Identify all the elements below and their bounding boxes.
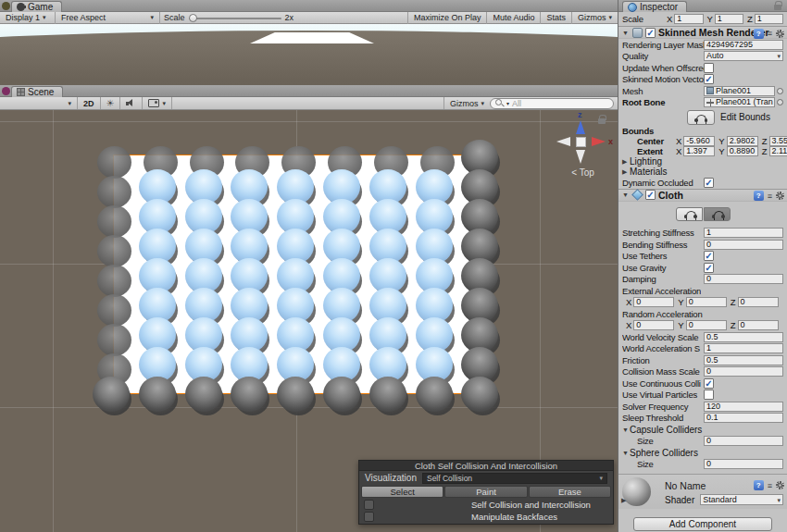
2d-toggle-button[interactable]: 2D: [78, 97, 101, 109]
sleep-threshold-field[interactable]: 0.1: [704, 413, 783, 423]
component-enabled-checkbox[interactable]: ✓: [645, 28, 656, 38]
world-acceleration-scale-field[interactable]: 1: [704, 343, 783, 353]
root-bone-object-field[interactable]: Plane001 (Tran: [704, 97, 775, 107]
scene-gizmos-dropdown[interactable]: Gizmos▾: [443, 97, 490, 109]
visualization-dropdown[interactable]: Self Collision ▾: [422, 473, 607, 484]
foldout-arrow-icon[interactable]: ▼: [622, 30, 630, 36]
capsule-colliders-foldout[interactable]: ▼ Capsule Colliders: [618, 424, 787, 436]
scale-slider[interactable]: [189, 12, 281, 24]
edit-self-collision-button[interactable]: [704, 207, 731, 221]
quality-dropdown[interactable]: Auto ▾: [704, 51, 783, 61]
lighting-foldout[interactable]: ▶ Lighting: [618, 156, 787, 167]
gear-icon[interactable]: [776, 30, 784, 38]
ext-accel-z-field[interactable]: 0: [738, 297, 779, 307]
cloth-vertex[interactable]: [323, 377, 360, 412]
damping-field[interactable]: 0: [704, 274, 783, 284]
mute-audio-button[interactable]: Mute Audio: [486, 12, 540, 24]
collision-mass-scale-field[interactable]: 0: [704, 366, 783, 377]
capsule-colliders-size-field[interactable]: 0: [704, 436, 783, 446]
foldout-arrow-icon[interactable]: ▶: [621, 497, 629, 504]
extent-z-field[interactable]: 2.1195: [769, 146, 787, 156]
cloth-vertex[interactable]: [93, 377, 130, 412]
use-virtual-particles-checkbox[interactable]: [704, 390, 714, 400]
cloth-vertex[interactable]: [231, 377, 268, 412]
view-orientation-label[interactable]: < Top: [548, 167, 618, 178]
gizmo-center-cube[interactable]: [576, 137, 586, 147]
cloth-vertex[interactable]: [416, 377, 453, 412]
scale-z-field[interactable]: 1: [755, 14, 783, 24]
lock-icon[interactable]: [774, 5, 781, 10]
stats-button[interactable]: Stats: [540, 12, 571, 24]
add-component-button[interactable]: Add Component: [633, 517, 772, 531]
axis-z-cone[interactable]: [576, 120, 585, 134]
center-y-field[interactable]: 2.9802: [727, 136, 758, 146]
center-x-field[interactable]: -5.960: [683, 136, 715, 146]
foldout-arrow-icon[interactable]: ▼: [622, 192, 630, 198]
axis-cone[interactable]: [556, 137, 570, 146]
tab-scene[interactable]: Scene: [11, 86, 63, 97]
lock-icon[interactable]: [598, 118, 606, 124]
component-header-cloth[interactable]: ▼ ✓ Cloth ? ≡: [618, 189, 787, 202]
help-icon[interactable]: ?: [754, 480, 764, 490]
audio-toggle-button[interactable]: [120, 97, 143, 109]
help-icon[interactable]: ?: [754, 191, 764, 201]
center-z-field[interactable]: 3.5527: [769, 136, 787, 146]
world-velocity-scale-field[interactable]: 0.5: [704, 332, 783, 342]
cloth-vertex[interactable]: [461, 377, 498, 412]
self-collision-checkbox[interactable]: [364, 500, 374, 510]
extent-x-field[interactable]: 1.397: [683, 146, 715, 156]
scale-x-field[interactable]: 1: [674, 14, 703, 24]
display-dropdown[interactable]: Display 1▾: [0, 12, 56, 24]
ext-accel-x-field[interactable]: 0: [633, 297, 674, 307]
slider-knob[interactable]: [189, 14, 197, 22]
manipulate-backfaces-checkbox[interactable]: [364, 512, 374, 522]
friction-field[interactable]: 0.5: [704, 355, 783, 365]
window-title[interactable]: Cloth Self Collision And Intercollision: [359, 461, 613, 471]
cloth-vertex[interactable]: [139, 377, 176, 412]
bending-stiffness-field[interactable]: 0: [704, 240, 783, 250]
edit-constraints-button[interactable]: [676, 207, 703, 221]
update-when-offscreen-checkbox[interactable]: [704, 63, 714, 73]
ext-accel-y-field[interactable]: 0: [686, 297, 727, 307]
stretching-stiffness-field[interactable]: 1: [704, 228, 783, 238]
dynamic-occluded-checkbox[interactable]: ✓: [704, 178, 714, 188]
component-enabled-checkbox[interactable]: ✓: [645, 190, 656, 200]
scale-y-field[interactable]: 1: [715, 14, 743, 24]
cloth-vertex[interactable]: [369, 377, 406, 412]
rand-accel-x-field[interactable]: 0: [633, 320, 674, 330]
presets-icon[interactable]: ≡: [768, 29, 772, 38]
presets-icon[interactable]: ≡: [768, 481, 772, 490]
game-gizmos-dropdown[interactable]: Gizmos▾: [571, 12, 618, 24]
rand-accel-y-field[interactable]: 0: [686, 320, 727, 330]
use-gravity-checkbox[interactable]: ✓: [704, 263, 714, 273]
help-icon[interactable]: ?: [754, 29, 764, 39]
tab-erase[interactable]: Erase: [529, 486, 611, 498]
sphere-colliders-foldout[interactable]: ▼ Sphere Colliders: [618, 447, 787, 459]
cloth-vertex[interactable]: [277, 377, 314, 412]
use-continuous-collision-checkbox[interactable]: ✓: [704, 378, 714, 389]
edit-bounds-button[interactable]: [687, 110, 715, 125]
shader-dropdown[interactable]: Standard ▾: [700, 494, 783, 505]
draw-mode-dropdown[interactable]: ▾: [0, 97, 78, 109]
rand-accel-z-field[interactable]: 0: [738, 320, 779, 330]
scene-viewport[interactable]: z x < Top Cloth Self Collision And Inter…: [0, 110, 618, 532]
axis-x-cone[interactable]: [592, 137, 606, 146]
tab-select[interactable]: Select: [361, 486, 443, 498]
extent-y-field[interactable]: 0.8890: [727, 146, 758, 156]
axis-cone[interactable]: [576, 150, 585, 164]
solver-frequency-field[interactable]: 120: [704, 402, 783, 412]
sphere-colliders-size-field[interactable]: 0: [704, 459, 783, 469]
maximize-on-play-button[interactable]: Maximize On Play: [407, 12, 487, 24]
use-tethers-checkbox[interactable]: ✓: [704, 251, 714, 261]
skinned-motion-vectors-checkbox[interactable]: ✓: [704, 74, 714, 84]
tab-game[interactable]: Game: [11, 1, 62, 12]
aspect-dropdown[interactable]: Free Aspect▾: [56, 12, 160, 24]
effects-dropdown[interactable]: ▾: [143, 97, 172, 109]
cloth-vertex[interactable]: [185, 377, 222, 412]
component-header-skinned-mesh-renderer[interactable]: ▼ ✓ Skinned Mesh Renderer ? ≡: [618, 26, 787, 39]
object-picker-icon[interactable]: [777, 88, 783, 94]
tab-inspector[interactable]: Inspector: [622, 1, 687, 12]
tab-paint[interactable]: Paint: [444, 486, 527, 498]
lighting-toggle-button[interactable]: ☀: [101, 97, 121, 109]
gear-icon[interactable]: [776, 481, 784, 489]
